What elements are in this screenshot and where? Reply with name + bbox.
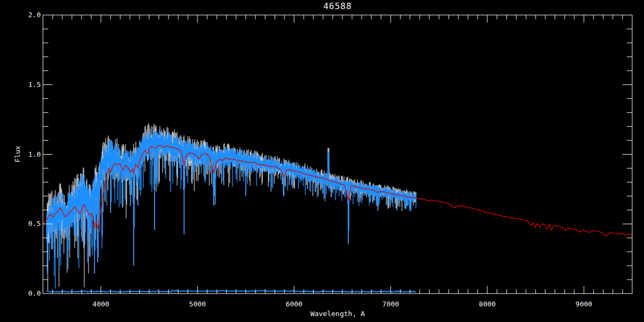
- y-tick-label: 0.0: [28, 289, 41, 297]
- x-tick-label: 7000: [382, 300, 399, 308]
- chart-title: 46588: [323, 1, 352, 11]
- x-tick-label: 8000: [479, 300, 495, 308]
- x-tick-label: 9000: [575, 300, 592, 308]
- y-axis-label: Flux: [13, 145, 21, 162]
- y-tick-label: 1.5: [28, 80, 41, 89]
- y-tick-label: 1.0: [28, 150, 41, 158]
- spectrum-chart: 4000500060007000800090000.00.51.01.52.0 …: [0, 0, 644, 322]
- x-tick-label: 5000: [189, 300, 206, 308]
- y-tick-label: 2.0: [28, 11, 41, 19]
- x-axis-label: Wavelength, A: [310, 310, 365, 318]
- plot-background: [0, 0, 644, 322]
- y-tick-label: 0.5: [28, 219, 41, 228]
- x-tick-label: 6000: [286, 300, 302, 308]
- plot-window: 4000500060007000800090000.00.51.01.52.0 …: [0, 0, 644, 322]
- x-tick-label: 4000: [92, 300, 109, 308]
